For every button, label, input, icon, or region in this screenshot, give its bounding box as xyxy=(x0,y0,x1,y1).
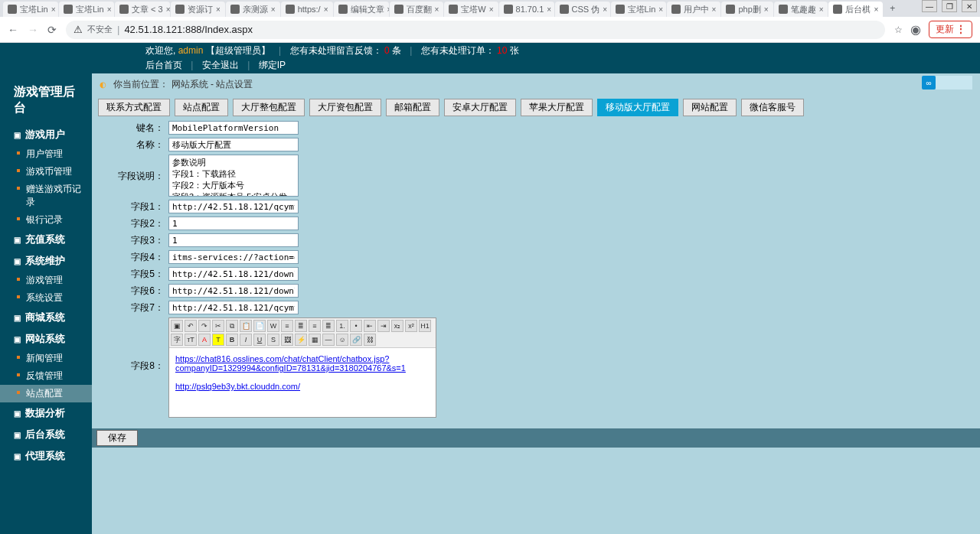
browser-tab[interactable]: 文章 < 3× xyxy=(115,2,170,17)
editor-paste-icon[interactable]: 📋 xyxy=(240,320,252,332)
close-icon[interactable]: × xyxy=(387,5,389,14)
sidebar-group-maint[interactable]: 系统维护 xyxy=(0,250,92,272)
browser-tab[interactable]: https:/× xyxy=(281,2,333,17)
field6-input[interactable] xyxy=(168,284,299,298)
sidebar-group-agent[interactable]: 代理系统 xyxy=(0,445,92,467)
extension-badge[interactable] xyxy=(936,76,972,90)
close-icon[interactable]: × xyxy=(764,5,769,14)
editor-justify-icon[interactable]: ≣ xyxy=(322,320,335,332)
sidebar-group-admin[interactable]: 后台系统 xyxy=(0,424,92,445)
forward-icon[interactable]: → xyxy=(28,24,38,36)
tab-hall-full[interactable]: 大厅整包配置 xyxy=(233,99,305,116)
editor-hr-icon[interactable]: — xyxy=(322,334,335,346)
browser-tab[interactable]: 笔趣趣× xyxy=(774,2,828,17)
close-icon[interactable]: × xyxy=(166,5,170,14)
close-icon[interactable]: × xyxy=(547,5,551,14)
browser-tab[interactable]: 81.70.1× xyxy=(499,2,554,17)
tab-wechat[interactable]: 微信客服号 xyxy=(741,99,804,116)
field1-input[interactable] xyxy=(168,200,299,213)
tab-mail[interactable]: 邮箱配置 xyxy=(386,99,439,116)
field4-input[interactable] xyxy=(168,250,299,264)
editor-indent-icon[interactable]: ⇥ xyxy=(377,320,390,332)
browser-tab[interactable]: 资源订× xyxy=(171,2,225,17)
sidebar-item-active[interactable]: 站点配置 xyxy=(0,385,92,402)
editor-content[interactable]: https://chat816.osslines.com/chat/chatCl… xyxy=(169,348,436,417)
editor-align-right-icon[interactable]: ≡ xyxy=(309,320,321,332)
close-icon[interactable]: × xyxy=(216,5,220,14)
home-link[interactable]: 后台首页 xyxy=(145,60,182,70)
browser-tab[interactable]: php删× xyxy=(721,2,773,17)
tab-website[interactable]: 网站配置 xyxy=(683,99,737,116)
back-icon[interactable]: ← xyxy=(8,24,18,36)
browser-tab[interactable]: 编辑文章× xyxy=(334,2,389,17)
sidebar-item[interactable]: 银行记录 xyxy=(0,211,92,229)
profile-icon[interactable]: ◉ xyxy=(910,22,921,37)
logout-link[interactable]: 安全退出 xyxy=(202,60,239,70)
sidebar-item[interactable]: 用户管理 xyxy=(0,145,92,163)
editor-font-icon[interactable]: 字 xyxy=(171,334,183,346)
field3-input[interactable] xyxy=(168,233,299,247)
close-icon[interactable]: × xyxy=(489,5,494,14)
field7-input[interactable] xyxy=(168,301,299,314)
tab-contact[interactable]: 联系方式配置 xyxy=(98,99,170,116)
bindip-link[interactable]: 绑定IP xyxy=(259,60,286,70)
browser-tab[interactable]: 百度翻× xyxy=(390,2,444,17)
editor-size-icon[interactable]: тT xyxy=(185,334,197,346)
editor-undo-icon[interactable]: ↶ xyxy=(185,320,197,332)
editor-heading-icon[interactable]: H1 xyxy=(419,320,431,332)
editor-italic-icon[interactable]: I xyxy=(240,334,252,346)
editor-bgcolor-icon[interactable]: T xyxy=(212,334,224,346)
new-tab-button[interactable]: + xyxy=(884,3,901,14)
editor-redo-icon[interactable]: ↷ xyxy=(198,320,211,332)
save-button[interactable]: 保存 xyxy=(96,430,138,446)
sidebar-item[interactable]: 游戏管理 xyxy=(0,272,92,289)
editor-outdent-icon[interactable]: ⇤ xyxy=(364,320,376,332)
editor-list-ol-icon[interactable]: 1. xyxy=(336,320,348,332)
editor-link-icon[interactable]: 🔗 xyxy=(350,334,362,346)
close-window-icon[interactable]: ✕ xyxy=(962,0,977,12)
sidebar-group-recharge[interactable]: 充值系统 xyxy=(0,229,92,250)
editor-flash-icon[interactable]: ⚡ xyxy=(295,334,307,346)
chat-link[interactable]: https://chat816.osslines.com/chat/chatCl… xyxy=(175,354,406,373)
tab-android[interactable]: 安卓大厅配置 xyxy=(444,99,516,116)
editor-source-icon[interactable]: ▣ xyxy=(171,320,183,332)
sidebar-group-site[interactable]: 网站系统 xyxy=(0,328,92,350)
keyname-input[interactable] xyxy=(168,121,299,135)
editor-cut-icon[interactable]: ✂ xyxy=(212,320,224,332)
editor-align-center-icon[interactable]: ≣ xyxy=(295,320,307,332)
editor-sub-icon[interactable]: x₂ xyxy=(391,320,403,332)
close-icon[interactable]: × xyxy=(712,5,717,14)
maximize-icon[interactable]: ❐ xyxy=(942,0,957,12)
browser-tab[interactable]: 亲测源× xyxy=(226,2,280,17)
editor-table-icon[interactable]: ▦ xyxy=(309,334,321,346)
cdn-link[interactable]: http://pslq9eb3y.bkt.clouddn.com/ xyxy=(175,382,300,391)
editor-color-icon[interactable]: A xyxy=(198,334,211,346)
editor-strike-icon[interactable]: S xyxy=(267,334,279,346)
browser-tab[interactable]: 宝塔Lin× xyxy=(611,2,666,17)
editor-unlink-icon[interactable]: ⛓ xyxy=(364,334,376,346)
browser-tab-active[interactable]: 后台棋× xyxy=(828,2,883,17)
tab-mobile-active[interactable]: 移动版大厅配置 xyxy=(597,99,678,116)
sidebar-item[interactable]: 反馈管理 xyxy=(0,367,92,385)
editor-copy-icon[interactable]: ⧉ xyxy=(226,320,238,332)
editor-image-icon[interactable]: 🖼 xyxy=(281,334,293,346)
browser-tab[interactable]: 用户中× xyxy=(667,2,721,17)
close-icon[interactable]: × xyxy=(658,5,663,14)
close-icon[interactable]: × xyxy=(107,5,112,14)
sidebar-item[interactable]: 新闻管理 xyxy=(0,350,92,367)
editor-emoji-icon[interactable]: ☺ xyxy=(336,334,348,346)
sidebar-group-game-user[interactable]: 游戏用户 xyxy=(0,124,92,145)
tab-apple[interactable]: 苹果大厅配置 xyxy=(521,99,593,116)
tab-hall-res[interactable]: 大厅资包配置 xyxy=(309,99,381,116)
browser-tab[interactable]: 宝塔Lin× xyxy=(3,2,58,17)
browser-tab[interactable]: 宝塔Lin× xyxy=(59,2,114,17)
minimize-icon[interactable]: — xyxy=(922,0,937,12)
close-icon[interactable]: × xyxy=(324,5,328,14)
editor-bold-icon[interactable]: B xyxy=(226,334,238,346)
close-icon[interactable]: × xyxy=(435,5,439,14)
editor-underline-icon[interactable]: U xyxy=(253,334,266,346)
update-button[interactable]: 更新 ⋮ xyxy=(929,21,972,38)
close-icon[interactable]: × xyxy=(603,5,607,14)
sidebar-item[interactable]: 系统设置 xyxy=(0,289,92,307)
close-icon[interactable]: × xyxy=(51,5,56,14)
